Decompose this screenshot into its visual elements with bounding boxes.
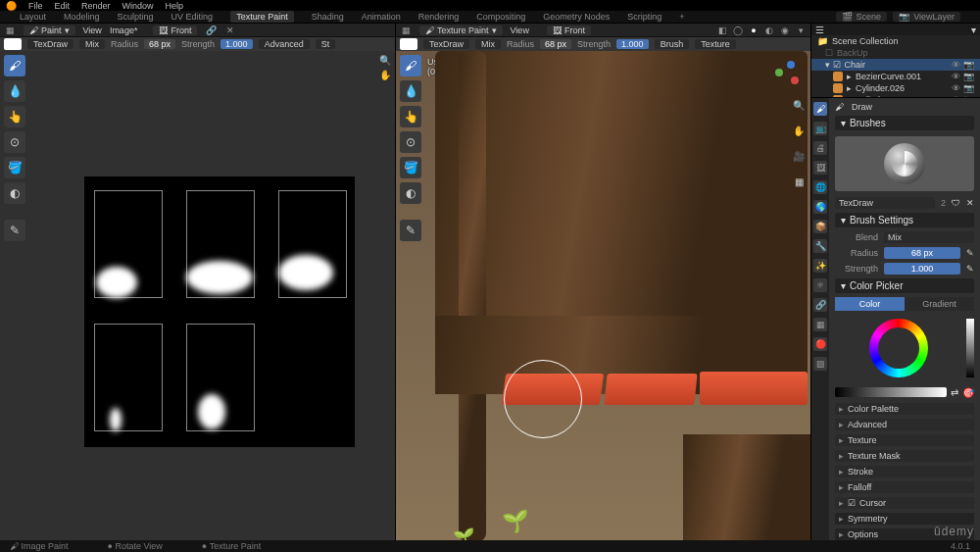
tab-view-icon[interactable]: 🖼 [813,161,827,175]
blend-selector[interactable]: Mix [475,39,501,49]
mask-tool-icon[interactable]: ◐ [4,182,25,204]
pan-icon[interactable]: ✋ [791,125,807,141]
brush-preview[interactable] [835,136,974,191]
ws-scripting[interactable]: Scripting [627,12,662,22]
clone-tool-icon[interactable]: ⊙ [400,131,421,153]
eyedropper-icon[interactable]: 🎯 [962,387,974,398]
smear-tool-icon[interactable]: 👆 [400,106,421,127]
menu-view[interactable]: View [511,25,529,35]
menu-help[interactable]: Help [166,1,184,11]
tab-object-icon[interactable]: 📦 [813,220,827,233]
fold-advanced[interactable]: Advanced [835,419,974,430]
brush-color-primary[interactable] [4,38,22,50]
brush-selector[interactable]: TexDraw [27,39,74,49]
image-name-field[interactable]: 🖼 Front [153,25,197,35]
strength-value[interactable]: 1.000 [616,39,649,49]
tab-physics-icon[interactable]: ⚛ [813,278,827,292]
brush-color-primary[interactable] [400,38,417,50]
menu-edit[interactable]: Edit [55,1,71,11]
color-tab[interactable]: Color [835,297,905,311]
ws-texture-paint[interactable]: Texture Paint [230,11,294,23]
brush-name-field[interactable]: TexDraw [835,197,935,209]
zoom-icon[interactable]: 🔍 [379,55,391,66]
value-slider[interactable] [966,319,974,377]
collection-backup[interactable]: ☐ BackUp [811,47,980,59]
ws-add-icon[interactable]: + [679,12,684,22]
draw-tool-icon[interactable]: 🖌 [400,55,421,76]
fill-tool-icon[interactable]: 🪣 [4,157,25,178]
paint-mode-selector[interactable]: 🖌 Paint ▾ [24,25,75,35]
menu-view[interactable]: View [83,25,102,35]
shading-material-icon[interactable]: ◐ [763,25,775,36]
tab-world-icon[interactable]: 🌎 [813,200,827,214]
radius-slider[interactable]: 68 px [884,247,960,259]
blend-mode-select[interactable]: Mix [884,231,974,243]
outliner-item[interactable]: ▸ BezierCurve.001👁 📷 [811,71,980,82]
perspective-toggle-icon[interactable]: ▦ [791,176,807,192]
filter-icon[interactable]: ▾ [971,25,976,35]
tab-render-icon[interactable]: 📺 [813,122,827,135]
zoom-icon[interactable]: 🔍 [791,100,807,116]
shading-wireframe-icon[interactable]: ◯ [732,25,744,36]
tab-data-icon[interactable]: ▦ [813,318,827,331]
pressure-radius-icon[interactable]: ✎ [966,248,974,258]
fold-stroke[interactable]: Stroke [835,466,974,477]
ws-uv-editing[interactable]: UV Editing [172,12,214,22]
color-swatches[interactable] [835,387,947,397]
ws-shading[interactable]: Shading [312,12,344,22]
blend-selector[interactable]: Mix [79,39,105,49]
st-dropdown[interactable]: St [316,39,336,49]
annotate-tool-icon[interactable]: ✎ [400,220,421,241]
brushes-header[interactable]: ▾ Brushes [835,116,974,130]
gradient-tab[interactable]: Gradient [905,297,974,311]
viewport-mode-selector[interactable]: 🖌 Texture Paint ▾ [419,25,503,35]
tab-output-icon[interactable]: 🖨 [813,141,827,155]
pan-icon[interactable]: ✋ [379,70,391,80]
ws-animation[interactable]: Animation [362,12,401,22]
tab-particles-icon[interactable]: ✨ [813,259,827,273]
image-canvas[interactable]: 🖌 💧 👆 ⊙ 🪣 ◐ ✎ 🔍 ✋ [0,51,395,552]
radius-value[interactable]: 68 px [540,39,571,49]
fold-texture-mask[interactable]: Texture Mask [835,450,974,462]
link-icon[interactable]: 🔗 [205,25,217,36]
viewlayer-selector[interactable]: 📷 ViewLayer [893,12,960,22]
tab-scene-icon[interactable]: 🌐 [813,180,827,194]
brush-dropdown[interactable]: Brush [655,39,690,49]
soften-tool-icon[interactable]: 💧 [400,80,421,102]
collection-chair[interactable]: ▾ ☑ Chair👁 📷 [811,59,980,71]
annotate-tool-icon[interactable]: ✎ [4,220,25,241]
ws-compositing[interactable]: Compositing [476,12,525,22]
editor-type-icon[interactable]: ▦ [400,25,412,36]
scene-collection-row[interactable]: 📁 Scene Collection [811,35,980,47]
fold-texture[interactable]: Texture [835,434,974,446]
tab-texture-icon[interactable]: ▨ [813,357,827,371]
strength-slider[interactable]: 1.000 [884,263,960,275]
outliner-item[interactable]: ▸ Cylinder.026👁 📷 [811,82,980,94]
ws-layout[interactable]: Layout [20,12,46,22]
fake-user-icon[interactable]: 🛡 [952,198,960,208]
color-picker-header[interactable]: ▾ Color Picker [835,278,974,293]
pressure-strength-icon[interactable]: ✎ [966,264,974,274]
menu-file[interactable]: File [28,1,43,11]
shading-rendered-icon[interactable]: ◉ [779,25,791,36]
fold-color-palette[interactable]: Color Palette [835,403,974,415]
ws-rendering[interactable]: Rendering [418,12,460,22]
menu-render[interactable]: Render [81,1,111,11]
ws-modeling[interactable]: Modeling [64,12,100,22]
menu-image[interactable]: Image* [110,25,138,35]
smear-tool-icon[interactable]: 👆 [4,106,25,127]
shading-solid-icon[interactable]: ● [748,25,760,36]
camera-icon[interactable]: 🎥 [791,151,807,167]
radius-value[interactable]: 68 px [144,39,175,49]
fold-cursor[interactable]: ☑ Cursor [835,497,974,509]
tab-constraints-icon[interactable]: 🔗 [813,298,827,312]
overlay-toggle-icon[interactable]: ◧ [716,25,728,36]
fold-falloff[interactable]: Falloff [835,481,974,493]
ws-sculpting[interactable]: Sculpting [118,12,154,22]
fill-tool-icon[interactable]: 🪣 [400,157,421,178]
texture-dropdown[interactable]: Texture [695,39,736,49]
brush-selector[interactable]: TexDraw [423,39,469,49]
editor-type-icon[interactable]: ▦ [4,25,16,36]
clone-tool-icon[interactable]: ⊙ [4,131,25,153]
brush-settings-header[interactable]: ▾ Brush Settings [835,213,974,227]
